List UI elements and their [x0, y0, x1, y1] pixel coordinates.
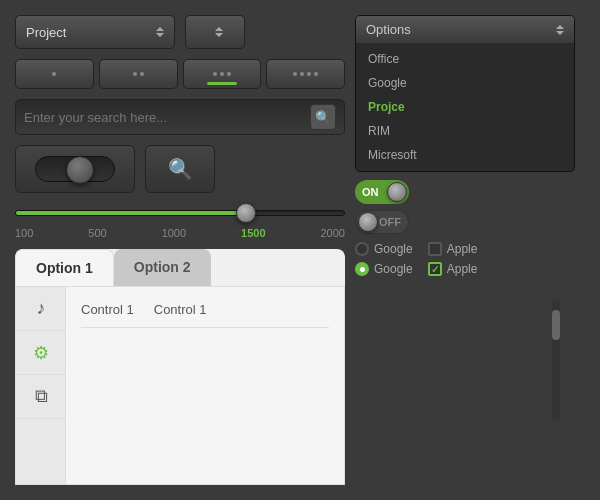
sidebar-copy-icon[interactable]: ⧉: [16, 375, 66, 419]
slider-labels: 100 500 1000 1500 2000: [15, 227, 345, 239]
middle-row: 🔍: [15, 145, 345, 193]
list-item-office[interactable]: Office: [356, 47, 574, 71]
list-item-google[interactable]: Google: [356, 71, 574, 95]
off-toggle-label: OFF: [379, 216, 401, 228]
right-scrollbar[interactable]: [552, 300, 560, 420]
on-toggle-row: ON: [355, 180, 575, 204]
slider-track-container[interactable]: [15, 203, 345, 223]
rc-item-checkbox-apple-1[interactable]: Apple: [428, 242, 478, 256]
dot-btn-1[interactable]: [15, 59, 94, 89]
slider-track: [15, 210, 345, 216]
rc-item-checkbox-apple-2[interactable]: ✓ Apple: [428, 262, 478, 276]
dropdown-list-title: Options: [366, 22, 411, 37]
off-toggle-row: OFF: [355, 210, 575, 234]
tab-option1[interactable]: Option 1: [15, 249, 114, 286]
sidebar-gear-icon[interactable]: ⚙: [16, 331, 66, 375]
search-button[interactable]: 🔍: [310, 104, 336, 130]
sidebar-music-icon[interactable]: ♪: [16, 287, 66, 331]
left-panel: Project: [15, 15, 345, 485]
radio-google-2-circle: [355, 262, 369, 276]
slider-thumb[interactable]: [236, 203, 256, 223]
checkbox-apple-2-box: ✓: [428, 262, 442, 276]
dropdown-list-items: Office Google Projce RIM Micresoft: [356, 43, 574, 171]
slider-label-2000: 2000: [321, 227, 345, 239]
tab-control-1: Control 1: [81, 302, 134, 317]
dropdown-list-arrow: [556, 25, 564, 35]
toggle-track: [35, 156, 115, 182]
slider-label-1000: 1000: [162, 227, 186, 239]
on-toggle-label: ON: [362, 186, 379, 198]
tab-controls-row: Control 1 Control 1: [81, 297, 329, 328]
search-large-icon: 🔍: [168, 157, 193, 181]
toggle-box[interactable]: [15, 145, 135, 193]
list-item-rim[interactable]: RIM: [356, 119, 574, 143]
search-input[interactable]: [24, 110, 310, 125]
off-toggle[interactable]: OFF: [355, 210, 409, 234]
right-scrollbar-thumb[interactable]: [552, 310, 560, 340]
dropdown-list: Options Office Google Projce RIM Micreso…: [355, 15, 575, 172]
dot-btn-3[interactable]: [183, 59, 262, 89]
checkbox-apple-1-box: [428, 242, 442, 256]
small-dropdown-arrow: [215, 27, 223, 37]
slider-label-500: 500: [88, 227, 106, 239]
tabs-header: Option 1 Option 2: [15, 249, 345, 286]
rc-row-1: Google Apple: [355, 242, 575, 256]
slider-fill: [16, 211, 246, 215]
tab-option2[interactable]: Option 2: [114, 249, 211, 286]
tabs-content: ♪ ⚙ ⧉ Control 1 Control 1: [15, 286, 345, 485]
slider-section: 100 500 1000 1500 2000: [15, 203, 345, 239]
on-toggle[interactable]: ON: [355, 180, 409, 204]
right-panel: Options Office Google Projce RIM Micreso…: [355, 15, 575, 485]
checkbox-apple-1-label: Apple: [447, 242, 478, 256]
search-bar: 🔍: [15, 99, 345, 135]
rc-row-2: Google ✓ Apple: [355, 262, 575, 276]
radio-google-2-label: Google: [374, 262, 413, 276]
slider-label-1500: 1500: [241, 227, 265, 239]
onoff-section: ON OFF: [355, 180, 575, 234]
slider-label-100: 100: [15, 227, 33, 239]
project-dropdown[interactable]: Project: [15, 15, 175, 49]
tabs-section: Option 1 Option 2 ♪ ⚙ ⧉ Control 1 Contro…: [15, 249, 345, 485]
tab-control-2: Control 1: [154, 302, 207, 317]
list-item-microsoft[interactable]: Micresoft: [356, 143, 574, 167]
search-icon-box[interactable]: 🔍: [145, 145, 215, 193]
radio-check-section: Google Apple Google ✓ Apple: [355, 242, 575, 276]
dropdown-list-header[interactable]: Options: [356, 16, 574, 43]
dot-btn-4[interactable]: [266, 59, 345, 89]
rc-item-radio-google-1[interactable]: Google: [355, 242, 413, 256]
rc-item-radio-google-2[interactable]: Google: [355, 262, 413, 276]
small-dropdown[interactable]: [185, 15, 245, 49]
tabs-sidebar: ♪ ⚙ ⧉: [16, 287, 66, 484]
off-toggle-thumb: [358, 212, 378, 232]
radio-google-1-label: Google: [374, 242, 413, 256]
dropdown-arrow: [156, 27, 164, 37]
list-item-projce[interactable]: Projce: [356, 95, 574, 119]
tabs-main: Control 1 Control 1: [66, 287, 344, 484]
dot-btn-2[interactable]: [99, 59, 178, 89]
toggle-thumb: [66, 156, 94, 184]
on-toggle-thumb: [387, 182, 407, 202]
project-dropdown-label: Project: [26, 25, 66, 40]
checkbox-apple-2-label: Apple: [447, 262, 478, 276]
dropdowns-row: Project: [15, 15, 345, 49]
dot-buttons-row: [15, 59, 345, 89]
radio-google-1-circle: [355, 242, 369, 256]
